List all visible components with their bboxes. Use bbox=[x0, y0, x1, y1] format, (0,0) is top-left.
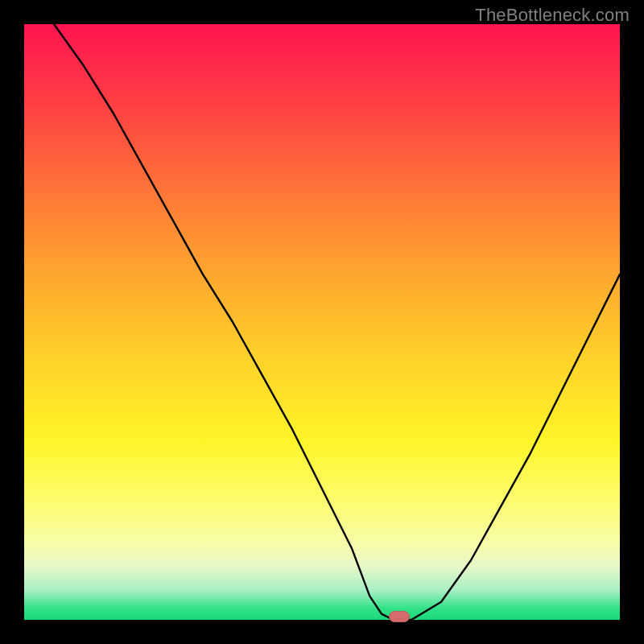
curve-svg bbox=[24, 24, 620, 620]
plot-area bbox=[24, 24, 620, 620]
bottleneck-curve bbox=[54, 24, 620, 620]
watermark-text: TheBottleneck.com bbox=[475, 5, 630, 26]
chart-frame: TheBottleneck.com bbox=[0, 0, 644, 644]
minimum-marker bbox=[389, 611, 410, 622]
